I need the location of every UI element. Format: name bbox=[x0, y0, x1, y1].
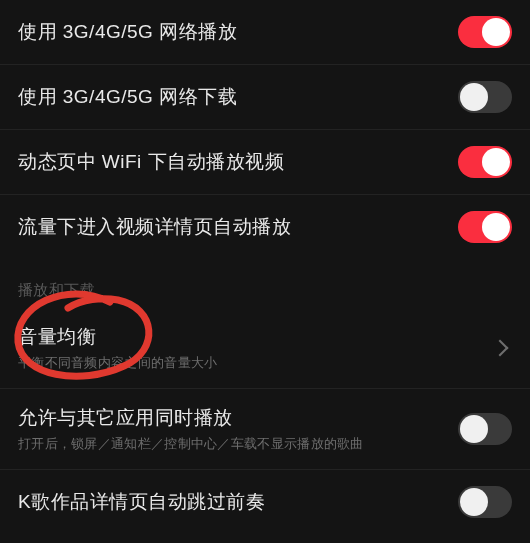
row-data-video-autoplay[interactable]: 流量下进入视频详情页自动播放 bbox=[0, 195, 530, 259]
row-label: 流量下进入视频详情页自动播放 bbox=[18, 214, 291, 240]
row-text: 流量下进入视频详情页自动播放 bbox=[18, 214, 291, 240]
section-header-playback: 播放和下载 bbox=[0, 259, 530, 308]
row-text: 使用 3G/4G/5G 网络播放 bbox=[18, 19, 237, 45]
row-text: K歌作品详情页自动跳过前奏 bbox=[18, 489, 265, 515]
row-volume-normalization[interactable]: 音量均衡 平衡不同音频内容之间的音量大小 bbox=[0, 308, 530, 389]
row-cellular-play[interactable]: 使用 3G/4G/5G 网络播放 bbox=[0, 0, 530, 65]
row-label: 使用 3G/4G/5G 网络播放 bbox=[18, 19, 237, 45]
row-text: 动态页中 WiFi 下自动播放视频 bbox=[18, 149, 284, 175]
toggle-k-skip-intro[interactable] bbox=[458, 486, 512, 518]
row-text: 允许与其它应用同时播放 打开后，锁屏／通知栏／控制中心／车载不显示播放的歌曲 bbox=[18, 405, 364, 453]
toggle-cellular-play[interactable] bbox=[458, 16, 512, 48]
row-wifi-autoplay[interactable]: 动态页中 WiFi 下自动播放视频 bbox=[0, 130, 530, 195]
chevron-right-icon bbox=[492, 340, 509, 357]
row-label: 允许与其它应用同时播放 bbox=[18, 405, 364, 431]
toggle-knob bbox=[460, 488, 488, 516]
row-label: 音量均衡 bbox=[18, 324, 218, 350]
toggle-knob bbox=[482, 18, 510, 46]
toggle-knob bbox=[460, 415, 488, 443]
row-label: 使用 3G/4G/5G 网络下载 bbox=[18, 84, 237, 110]
row-label: K歌作品详情页自动跳过前奏 bbox=[18, 489, 265, 515]
settings-list: 使用 3G/4G/5G 网络播放 使用 3G/4G/5G 网络下载 动态页中 W… bbox=[0, 0, 530, 534]
row-label: 动态页中 WiFi 下自动播放视频 bbox=[18, 149, 284, 175]
row-text: 使用 3G/4G/5G 网络下载 bbox=[18, 84, 237, 110]
toggle-knob bbox=[460, 83, 488, 111]
row-subtitle: 平衡不同音频内容之间的音量大小 bbox=[18, 354, 218, 372]
row-cellular-download[interactable]: 使用 3G/4G/5G 网络下载 bbox=[0, 65, 530, 130]
toggle-data-video-autoplay[interactable] bbox=[458, 211, 512, 243]
row-subtitle: 打开后，锁屏／通知栏／控制中心／车载不显示播放的歌曲 bbox=[18, 435, 364, 453]
toggle-cellular-download[interactable] bbox=[458, 81, 512, 113]
row-k-skip-intro[interactable]: K歌作品详情页自动跳过前奏 bbox=[0, 470, 530, 534]
toggle-knob bbox=[482, 213, 510, 241]
toggle-knob bbox=[482, 148, 510, 176]
toggle-wifi-autoplay[interactable] bbox=[458, 146, 512, 178]
row-allow-simultaneous[interactable]: 允许与其它应用同时播放 打开后，锁屏／通知栏／控制中心／车载不显示播放的歌曲 bbox=[0, 389, 530, 470]
toggle-allow-simultaneous[interactable] bbox=[458, 413, 512, 445]
row-text: 音量均衡 平衡不同音频内容之间的音量大小 bbox=[18, 324, 218, 372]
